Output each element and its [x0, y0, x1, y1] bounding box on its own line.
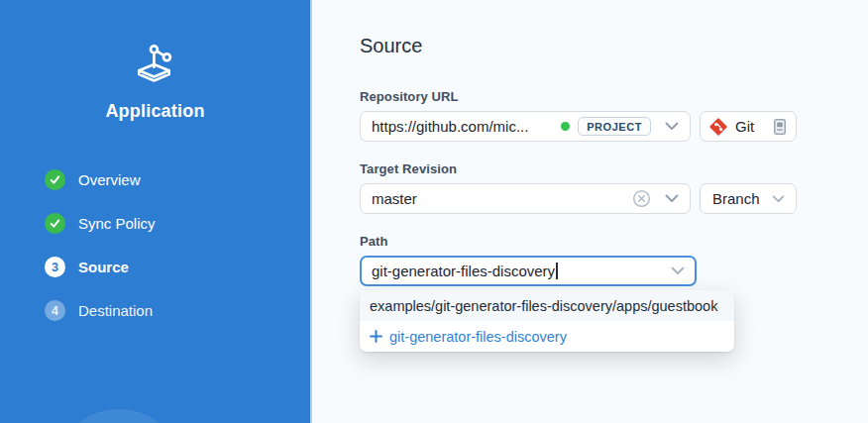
target-revision-input[interactable]: master	[360, 183, 691, 214]
sidebar-step-source[interactable]: 3 Source	[45, 257, 310, 277]
repository-url-label: Repository URL	[360, 89, 868, 104]
path-input[interactable]: git-generator-files-discovery	[360, 256, 697, 286]
chevron-down-icon	[772, 195, 785, 203]
text-cursor	[556, 263, 558, 279]
path-value: git-generator-files-discovery	[372, 263, 555, 279]
wizard-sidebar: Application Overview Sync Policy 3 So	[0, 0, 312, 423]
chevron-down-icon[interactable]	[665, 122, 679, 131]
check-circle-icon	[45, 213, 65, 234]
path-label: Path	[360, 234, 868, 249]
target-revision-value: master	[372, 190, 624, 207]
repo-type-label: Git	[735, 118, 754, 135]
chevron-down-icon[interactable]	[671, 266, 685, 275]
step-label: Source	[78, 259, 129, 275]
target-revision-label: Target Revision	[360, 161, 868, 176]
sidebar-step-sync-policy[interactable]: Sync Policy	[45, 213, 310, 234]
target-revision-group: Target Revision master	[360, 161, 868, 214]
step-label: Sync Policy	[78, 215, 156, 232]
page-title: Source	[360, 35, 868, 57]
path-create-item[interactable]: git-generator-files-discovery	[360, 321, 734, 352]
git-icon	[709, 118, 727, 136]
clear-icon[interactable]	[632, 189, 651, 208]
step-label: Overview	[78, 171, 141, 188]
path-suggestion-item[interactable]: examples/git-generator-files-discovery/a…	[360, 290, 734, 321]
repo-type-select[interactable]: Git	[700, 111, 797, 142]
application-wizard: Application Overview Sync Policy 3 So	[0, 0, 868, 423]
repository-url-group: Repository URL https://github.com/mic...…	[360, 89, 868, 142]
path-group: Path git-generator-files-discovery examp…	[360, 234, 868, 286]
revision-type-select[interactable]: Branch	[700, 183, 797, 214]
plus-icon	[370, 330, 382, 343]
revision-type-label: Branch	[712, 190, 760, 207]
repository-url-input[interactable]: https://github.com/mic... PROJECT	[360, 111, 691, 142]
check-circle-icon	[45, 169, 65, 190]
select-list-icon[interactable]	[772, 118, 788, 136]
wizard-title: Application	[0, 101, 310, 122]
decorative-circle	[53, 409, 185, 423]
sidebar-step-overview[interactable]: Overview	[45, 169, 310, 190]
application-box-icon	[0, 42, 310, 85]
source-step-panel: Source Repository URL https://github.com…	[312, 0, 868, 423]
step-number-badge: 3	[45, 257, 65, 277]
path-create-label: git-generator-files-discovery	[389, 329, 567, 345]
repository-url-value: https://github.com/mic...	[372, 118, 553, 135]
project-badge: PROJECT	[578, 117, 651, 136]
path-suggestions-dropdown: examples/git-generator-files-discovery/a…	[360, 290, 734, 352]
connection-status-dot	[561, 122, 570, 131]
step-label: Destination	[78, 302, 153, 319]
sidebar-step-destination[interactable]: 4 Destination	[45, 300, 310, 321]
chevron-down-icon[interactable]	[665, 194, 679, 203]
step-number-badge: 4	[45, 300, 65, 321]
wizard-steps: Overview Sync Policy 3 Source 4 Destinat…	[0, 169, 310, 321]
